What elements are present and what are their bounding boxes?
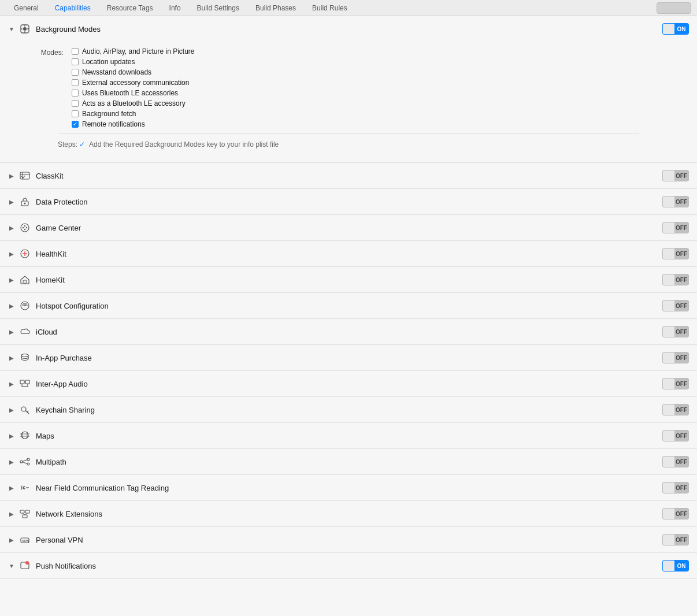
background-modes-toggle[interactable]: ON (662, 23, 689, 35)
tab-general[interactable]: General (6, 2, 47, 14)
multipath-icon (18, 455, 31, 468)
checkbox-background-fetch[interactable]: Background fetch (72, 110, 195, 118)
svg-point-10 (24, 203, 26, 205)
background-modes-label: Background Modes (36, 25, 662, 34)
tab-bar-right (657, 2, 691, 14)
maps-label: Maps (36, 432, 662, 440)
classkit-toggle[interactable]: OFF (662, 170, 689, 181)
inter-app-audio-toggle[interactable]: OFF (662, 378, 689, 389)
nfc-header[interactable]: ▶ Near Field Communication Tag Reading O… (0, 475, 697, 500)
data-protection-icon (18, 195, 31, 208)
data-protection-header[interactable]: ▶ Data Protection OFF (0, 189, 697, 214)
tab-capabilities[interactable]: Capabilities (47, 2, 99, 14)
multipath-chevron: ▶ (8, 458, 15, 465)
push-notifications-toggle[interactable]: ON (662, 560, 689, 572)
maps-header[interactable]: ▶ Maps OFF (0, 423, 697, 448)
checkbox-bluetooth-accessory[interactable]: Acts as a Bluetooth LE accessory (72, 99, 195, 107)
checkbox-bluetooth-le-input[interactable] (72, 90, 79, 97)
keychain-sharing-section: ▶ Keychain Sharing OFF (0, 397, 697, 423)
push-notifications-icon (18, 559, 31, 572)
svg-point-49 (25, 561, 29, 565)
background-modes-chevron: ▼ (8, 25, 15, 32)
svg-point-14 (24, 225, 25, 227)
checkbox-external-input[interactable] (72, 79, 79, 86)
classkit-icon (18, 169, 31, 182)
healthkit-header[interactable]: ▶ HealthKit OFF (0, 241, 697, 266)
healthkit-toggle[interactable]: OFF (662, 248, 689, 259)
svg-point-20 (21, 354, 28, 357)
checkbox-location[interactable]: Location updates (72, 58, 195, 66)
background-modes-body: Modes: Audio, AirPlay, and Picture in Pi… (0, 42, 697, 162)
add-capability-button[interactable] (657, 2, 691, 14)
icloud-label: iCloud (36, 328, 662, 336)
tab-build-phases[interactable]: Build Phases (247, 2, 304, 14)
game-center-section: ▶ Game Center OFF (0, 215, 697, 241)
checkbox-bluetooth-le-label: Uses Bluetooth LE accessories (82, 89, 178, 97)
hotspot-header[interactable]: ▶ Hotspot Configuration OFF (0, 293, 697, 318)
multipath-toggle[interactable]: OFF (662, 456, 689, 467)
classkit-header[interactable]: ▶ ClassKit OFF (0, 163, 697, 188)
inter-app-audio-header[interactable]: ▶ Inter-App Audio OFF (0, 371, 697, 396)
tab-build-rules[interactable]: Build Rules (304, 2, 355, 14)
keychain-sharing-header[interactable]: ▶ Keychain Sharing OFF (0, 397, 697, 422)
tab-items: General Capabilities Resource Tags Info … (6, 2, 355, 14)
checkbox-audio-input[interactable] (72, 48, 79, 55)
network-extensions-toggle[interactable]: OFF (662, 508, 689, 519)
personal-vpn-header[interactable]: ▶ VPN Personal VPN OFF (0, 527, 697, 552)
in-app-purchase-toggle[interactable]: OFF (662, 352, 689, 363)
multipath-header[interactable]: ▶ Multipath OFF (0, 449, 697, 474)
hotspot-toggle[interactable]: OFF (662, 300, 689, 311)
tab-resource-tags[interactable]: Resource Tags (99, 2, 161, 14)
network-extensions-icon (18, 507, 31, 520)
checkbox-newsstand[interactable]: Newsstand downloads (72, 68, 195, 76)
data-protection-toggle[interactable]: OFF (662, 196, 689, 207)
tab-build-settings[interactable]: Build Settings (189, 2, 247, 14)
homekit-icon (18, 273, 31, 286)
icloud-toggle[interactable]: OFF (662, 326, 689, 337)
nfc-toggle[interactable]: OFF (662, 482, 689, 493)
checkbox-newsstand-input[interactable] (72, 69, 79, 76)
checkbox-remote-notifications[interactable]: Remote notifications (72, 120, 195, 128)
steps-text: Add the Required Background Modes key to… (89, 140, 279, 149)
steps-label: Steps: (58, 140, 77, 149)
keychain-sharing-label: Keychain Sharing (36, 406, 662, 414)
in-app-purchase-chevron: ▶ (8, 354, 15, 361)
checkbox-background-fetch-label: Background fetch (82, 110, 136, 118)
personal-vpn-toggle[interactable]: OFF (662, 534, 689, 546)
checkbox-audio-label: Audio, AirPlay, and Picture in Picture (82, 47, 195, 55)
modes-divider (58, 133, 639, 133)
keychain-sharing-toggle[interactable]: OFF (662, 404, 689, 415)
game-center-header[interactable]: ▶ Game Center OFF (0, 215, 697, 240)
checkbox-external-label: External accessory communication (82, 79, 189, 87)
checkbox-bluetooth-le[interactable]: Uses Bluetooth LE accessories (72, 89, 195, 97)
in-app-purchase-section: ▶ In-App Purchase OFF (0, 345, 697, 371)
homekit-header[interactable]: ▶ HomeKit OFF (0, 267, 697, 292)
svg-point-35 (20, 461, 23, 463)
background-modes-header[interactable]: ▼ Background Modes ON (0, 16, 697, 42)
icloud-header[interactable]: ▶ iCloud OFF (0, 319, 697, 344)
inter-app-audio-label: Inter-App Audio (36, 380, 662, 388)
checkbox-background-fetch-input[interactable] (72, 110, 79, 117)
checkbox-bluetooth-accessory-input[interactable] (72, 100, 79, 107)
inter-app-audio-chevron: ▶ (8, 380, 15, 387)
network-extensions-header[interactable]: ▶ Network Extensions OFF (0, 501, 697, 526)
maps-toggle[interactable]: OFF (662, 430, 689, 441)
checkbox-external[interactable]: External accessory communication (72, 79, 195, 87)
homekit-toggle[interactable]: OFF (662, 274, 689, 285)
checkbox-remote-notifications-input[interactable] (72, 121, 79, 128)
in-app-purchase-icon (18, 351, 31, 364)
checkbox-location-input[interactable] (72, 58, 79, 65)
in-app-purchase-header[interactable]: ▶ In-App Purchase OFF (0, 345, 697, 370)
homekit-section: ▶ HomeKit OFF (0, 267, 697, 293)
push-notifications-header[interactable]: ▼ Push Notifications ON (0, 553, 697, 578)
modes-label: Modes: (29, 47, 64, 57)
game-center-toggle[interactable]: OFF (662, 222, 689, 233)
inter-app-audio-icon (18, 377, 31, 390)
checkbox-newsstand-label: Newsstand downloads (82, 68, 151, 76)
personal-vpn-chevron: ▶ (8, 536, 15, 543)
icloud-chevron: ▶ (8, 328, 15, 335)
tab-info[interactable]: Info (161, 2, 189, 14)
checkbox-audio[interactable]: Audio, AirPlay, and Picture in Picture (72, 47, 195, 55)
svg-line-38 (23, 460, 27, 462)
svg-line-29 (27, 411, 28, 412)
